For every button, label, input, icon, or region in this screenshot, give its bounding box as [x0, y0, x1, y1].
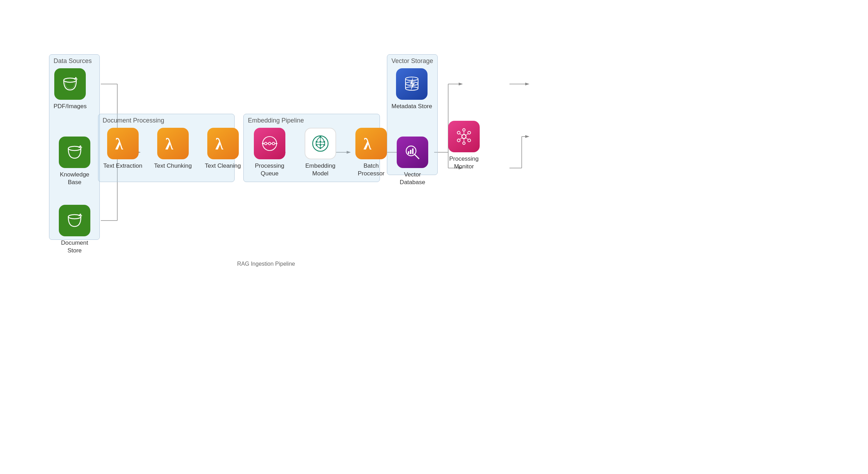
- svg-line-67: [415, 154, 419, 159]
- svg-point-76: [463, 129, 465, 131]
- svg-rect-69: [410, 150, 411, 154]
- processing-queue-label: Processing Queue: [249, 162, 291, 177]
- node-document-store[interactable]: Document Store: [54, 205, 96, 255]
- svg-point-53: [324, 141, 325, 143]
- svg-point-52: [316, 141, 318, 143]
- metadata-store-icon: [396, 68, 428, 100]
- processing-queue-icon: [254, 128, 285, 159]
- svg-point-75: [468, 139, 471, 142]
- group-embedding-pipeline-label: Embedding Pipeline: [248, 117, 304, 124]
- text-chunking-icon: λ: [157, 128, 189, 159]
- svg-point-73: [468, 131, 471, 134]
- svg-point-59: [320, 144, 321, 146]
- text-extraction-icon: λ: [107, 128, 139, 159]
- svg-point-74: [457, 139, 460, 142]
- metadata-store-label: Metadata Store: [391, 103, 432, 110]
- svg-rect-68: [408, 151, 409, 154]
- document-store-label: Document Store: [54, 239, 96, 255]
- svg-line-81: [466, 138, 468, 139]
- svg-point-77: [463, 142, 465, 145]
- node-processing-queue[interactable]: Processing Queue: [249, 128, 291, 177]
- svg-marker-26: [525, 135, 529, 138]
- pdf-images-icon: [54, 68, 86, 100]
- vector-database-icon: [397, 137, 428, 168]
- svg-marker-47: [263, 142, 264, 145]
- text-cleaning-icon: λ: [207, 128, 239, 159]
- svg-line-79: [466, 134, 468, 135]
- svg-point-55: [324, 144, 325, 146]
- node-embedding-model[interactable]: Embedding Model: [299, 128, 341, 177]
- svg-line-80: [460, 138, 462, 139]
- knowledge-base-icon: [59, 137, 90, 168]
- svg-text:λ: λ: [165, 135, 173, 153]
- group-document-processing-label: Document Processing: [103, 117, 164, 124]
- svg-text:λ: λ: [115, 135, 123, 153]
- svg-point-40: [265, 142, 267, 145]
- group-vector-storage-label: Vector Storage: [391, 57, 433, 65]
- document-store-icon: [59, 205, 90, 236]
- processing-monitor-icon: [448, 121, 480, 152]
- svg-text:λ: λ: [363, 135, 371, 153]
- group-data-sources-label: Data Sources: [54, 57, 92, 65]
- svg-point-57: [320, 147, 321, 149]
- processing-monitor-label: Processing Monitor: [443, 155, 485, 170]
- text-chunking-label: Text Chunking: [154, 162, 192, 170]
- pdf-images-label: PDF/Images: [54, 103, 86, 110]
- node-batch-processor[interactable]: λ Batch Processor: [350, 128, 392, 177]
- text-cleaning-label: Text Cleaning: [205, 162, 241, 170]
- svg-point-72: [457, 131, 460, 134]
- diagram-container: Data Sources Document Processing Embeddi…: [0, 0, 868, 474]
- batch-processor-label: Batch Processor: [350, 162, 392, 177]
- svg-marker-18: [459, 83, 463, 85]
- node-text-cleaning[interactable]: λ Text Cleaning: [205, 128, 241, 170]
- svg-point-54: [316, 144, 318, 146]
- node-knowledge-base[interactable]: Knowledge Base: [54, 137, 96, 186]
- svg-marker-22: [525, 83, 529, 85]
- node-metadata-store[interactable]: Metadata Store: [391, 68, 432, 110]
- svg-text:λ: λ: [215, 135, 223, 153]
- svg-point-56: [320, 136, 321, 138]
- svg-line-78: [460, 134, 462, 135]
- svg-point-58: [320, 141, 321, 143]
- svg-point-42: [272, 142, 275, 145]
- svg-point-71: [462, 134, 466, 139]
- knowledge-base-label: Knowledge Base: [54, 171, 96, 186]
- svg-point-41: [269, 142, 271, 145]
- node-vector-database[interactable]: Vector Database: [391, 137, 433, 186]
- svg-rect-70: [412, 148, 414, 154]
- node-processing-monitor[interactable]: Processing Monitor: [443, 121, 485, 170]
- bottom-label: RAG Ingestion Pipeline: [231, 261, 301, 267]
- node-pdf-images[interactable]: PDF/Images: [54, 68, 86, 110]
- svg-marker-49: [276, 142, 278, 145]
- node-text-chunking[interactable]: λ Text Chunking: [154, 128, 192, 170]
- batch-processor-icon: λ: [355, 128, 387, 159]
- text-extraction-label: Text Extraction: [103, 162, 143, 170]
- embedding-model-icon: [305, 128, 336, 159]
- vector-database-label: Vector Database: [391, 171, 433, 186]
- embedding-model-label: Embedding Model: [299, 162, 341, 177]
- node-text-extraction[interactable]: λ Text Extraction: [103, 128, 143, 170]
